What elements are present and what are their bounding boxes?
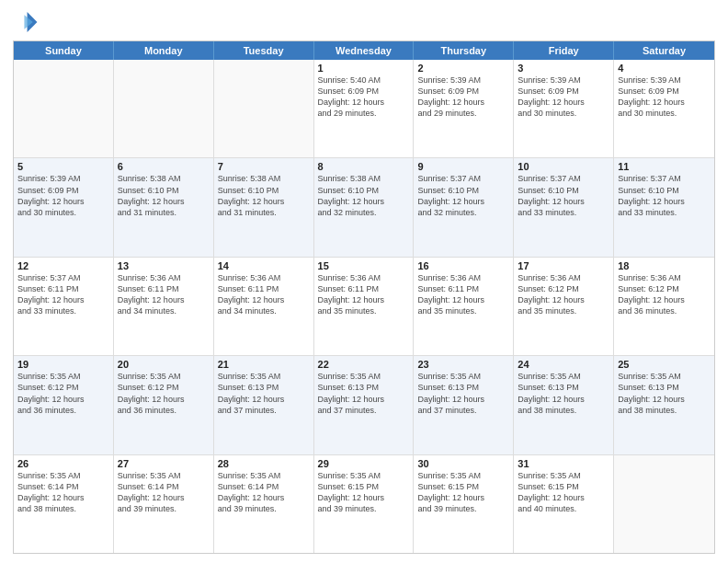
cell-info-line: Daylight: 12 hours xyxy=(318,98,385,107)
day-cell-6: 6Sunrise: 5:38 AMSunset: 6:10 PMDaylight… xyxy=(114,158,214,256)
cell-info: Sunrise: 5:35 AMSunset: 6:15 PMDaylight:… xyxy=(518,470,609,515)
cell-info-line: Daylight: 12 hours xyxy=(118,493,185,502)
cell-info-line: Daylight: 12 hours xyxy=(518,295,585,304)
cell-info: Sunrise: 5:36 AMSunset: 6:11 PMDaylight:… xyxy=(417,272,509,317)
day-cell-21: 21Sunrise: 5:35 AMSunset: 6:13 PMDayligh… xyxy=(214,356,314,454)
cell-info-line: Daylight: 12 hours xyxy=(618,98,685,107)
cell-info-line: Sunset: 6:13 PM xyxy=(618,383,679,392)
day-cell-26: 26Sunrise: 5:35 AMSunset: 6:14 PMDayligh… xyxy=(14,455,114,553)
cell-info-line: and 36 minutes. xyxy=(618,306,677,316)
day-number: 16 xyxy=(417,260,509,271)
day-cell-16: 16Sunrise: 5:36 AMSunset: 6:11 PMDayligh… xyxy=(414,258,514,355)
cell-info-line: and 32 minutes. xyxy=(417,208,476,217)
cell-info-line: Sunrise: 5:39 AM xyxy=(618,75,681,85)
cell-info-line: Daylight: 12 hours xyxy=(318,295,385,304)
cell-info-line: and 37 minutes. xyxy=(218,406,277,415)
cell-info-line: Sunset: 6:15 PM xyxy=(318,482,380,491)
logo-icon xyxy=(13,9,39,35)
cell-info: Sunrise: 5:40 AMSunset: 6:09 PMDaylight:… xyxy=(318,75,410,120)
cell-info-line: Sunrise: 5:35 AM xyxy=(318,471,381,480)
cell-info-line: Daylight: 12 hours xyxy=(518,197,585,206)
cell-info-line: Sunrise: 5:35 AM xyxy=(218,471,281,480)
cell-info-line: and 35 minutes. xyxy=(518,306,576,316)
cell-info-line: and 36 minutes. xyxy=(17,406,76,415)
day-number: 23 xyxy=(417,359,509,370)
cell-info-line: and 40 minutes. xyxy=(518,504,576,513)
header-day-friday: Friday xyxy=(514,41,614,60)
cell-info: Sunrise: 5:35 AMSunset: 6:14 PMDaylight:… xyxy=(17,470,109,515)
day-number: 24 xyxy=(518,359,609,370)
cell-info-line: Sunrise: 5:35 AM xyxy=(618,372,681,381)
cell-info-line: Sunset: 6:11 PM xyxy=(318,284,380,293)
day-cell-14: 14Sunrise: 5:36 AMSunset: 6:11 PMDayligh… xyxy=(214,258,314,355)
cell-info-line: Sunset: 6:10 PM xyxy=(618,186,679,195)
cell-info-line: Sunset: 6:10 PM xyxy=(518,186,579,195)
cell-info-line: Sunrise: 5:35 AM xyxy=(118,372,181,381)
day-number: 1 xyxy=(318,63,410,74)
cell-info-line: Sunset: 6:10 PM xyxy=(218,186,279,195)
cell-info-line: and 33 minutes. xyxy=(17,306,76,316)
cell-info-line: Sunset: 6:09 PM xyxy=(518,86,579,96)
cell-info: Sunrise: 5:35 AMSunset: 6:13 PMDaylight:… xyxy=(518,371,609,416)
header-day-wednesday: Wednesday xyxy=(314,41,415,60)
cell-info-line: Sunset: 6:13 PM xyxy=(318,383,380,392)
cell-info-line: Sunrise: 5:39 AM xyxy=(417,75,481,85)
calendar-row-5: 26Sunrise: 5:35 AMSunset: 6:14 PMDayligh… xyxy=(14,455,714,553)
cell-info-line: Sunset: 6:13 PM xyxy=(218,383,279,392)
day-cell-30: 30Sunrise: 5:35 AMSunset: 6:15 PMDayligh… xyxy=(414,455,514,553)
cell-info: Sunrise: 5:35 AMSunset: 6:13 PMDaylight:… xyxy=(318,371,410,416)
cell-info-line: and 34 minutes. xyxy=(218,306,277,316)
day-number: 9 xyxy=(417,161,509,172)
cell-info: Sunrise: 5:36 AMSunset: 6:11 PMDaylight:… xyxy=(218,272,310,317)
cell-info-line: Sunrise: 5:37 AM xyxy=(417,174,481,183)
cell-info-line: Sunset: 6:14 PM xyxy=(118,482,179,491)
cell-info-line: and 30 minutes. xyxy=(17,208,76,217)
cell-info-line: Sunrise: 5:37 AM xyxy=(17,273,81,282)
day-cell-3: 3Sunrise: 5:39 AMSunset: 6:09 PMDaylight… xyxy=(514,60,614,157)
cell-info: Sunrise: 5:35 AMSunset: 6:14 PMDaylight:… xyxy=(118,470,210,515)
day-cell-11: 11Sunrise: 5:37 AMSunset: 6:10 PMDayligh… xyxy=(614,158,714,256)
cell-info-line: Daylight: 12 hours xyxy=(118,395,185,404)
cell-info-line: and 36 minutes. xyxy=(118,406,176,415)
cell-info: Sunrise: 5:37 AMSunset: 6:10 PMDaylight:… xyxy=(618,173,711,218)
cell-info-line: Daylight: 12 hours xyxy=(218,395,285,404)
cell-info-line: Sunset: 6:09 PM xyxy=(618,86,679,96)
calendar-header: SundayMondayTuesdayWednesdayThursdayFrid… xyxy=(14,41,714,60)
cell-info-line: Sunrise: 5:35 AM xyxy=(218,372,281,381)
calendar-row-4: 19Sunrise: 5:35 AMSunset: 6:12 PMDayligh… xyxy=(14,356,714,454)
cell-info-line: Daylight: 12 hours xyxy=(417,98,484,107)
cell-info-line: and 31 minutes. xyxy=(118,208,176,217)
cell-info-line: Daylight: 12 hours xyxy=(218,295,285,304)
cell-info: Sunrise: 5:35 AMSunset: 6:14 PMDaylight:… xyxy=(218,470,310,515)
day-cell-1: 1Sunrise: 5:40 AMSunset: 6:09 PMDaylight… xyxy=(314,60,415,157)
day-number: 17 xyxy=(518,260,609,271)
cell-info-line: Sunrise: 5:37 AM xyxy=(518,174,581,183)
cell-info: Sunrise: 5:37 AMSunset: 6:11 PMDaylight:… xyxy=(17,272,109,317)
cell-info: Sunrise: 5:36 AMSunset: 6:11 PMDaylight:… xyxy=(118,272,210,317)
cell-info-line: Sunset: 6:11 PM xyxy=(118,284,179,293)
cell-info-line: and 39 minutes. xyxy=(318,504,377,513)
day-number: 12 xyxy=(17,260,109,271)
cell-info-line: Daylight: 12 hours xyxy=(17,197,85,206)
cell-info-line: Sunset: 6:13 PM xyxy=(417,383,479,392)
header xyxy=(13,9,715,35)
cell-info-line: Daylight: 12 hours xyxy=(518,493,585,502)
day-cell-2: 2Sunrise: 5:39 AMSunset: 6:09 PMDaylight… xyxy=(414,60,514,157)
cell-info-line: Daylight: 12 hours xyxy=(417,493,484,502)
cell-info-line: Daylight: 12 hours xyxy=(618,295,685,304)
day-cell-8: 8Sunrise: 5:38 AMSunset: 6:10 PMDaylight… xyxy=(314,158,415,256)
cell-info-line: Sunrise: 5:36 AM xyxy=(618,273,681,282)
day-cell-29: 29Sunrise: 5:35 AMSunset: 6:15 PMDayligh… xyxy=(314,455,415,553)
cell-info-line: and 33 minutes. xyxy=(518,208,576,217)
cell-info-line: Daylight: 12 hours xyxy=(518,395,585,404)
calendar-row-1: 1Sunrise: 5:40 AMSunset: 6:09 PMDaylight… xyxy=(14,60,714,158)
cell-info-line: and 39 minutes. xyxy=(218,504,277,513)
cell-info-line: and 38 minutes. xyxy=(17,504,76,513)
cell-info-line: Daylight: 12 hours xyxy=(318,197,385,206)
cell-info-line: Daylight: 12 hours xyxy=(318,395,385,404)
cell-info-line: Sunrise: 5:35 AM xyxy=(318,372,381,381)
day-cell-12: 12Sunrise: 5:37 AMSunset: 6:11 PMDayligh… xyxy=(14,258,114,355)
empty-cell xyxy=(114,60,214,157)
day-number: 15 xyxy=(318,260,410,271)
cell-info-line: and 35 minutes. xyxy=(417,306,476,316)
